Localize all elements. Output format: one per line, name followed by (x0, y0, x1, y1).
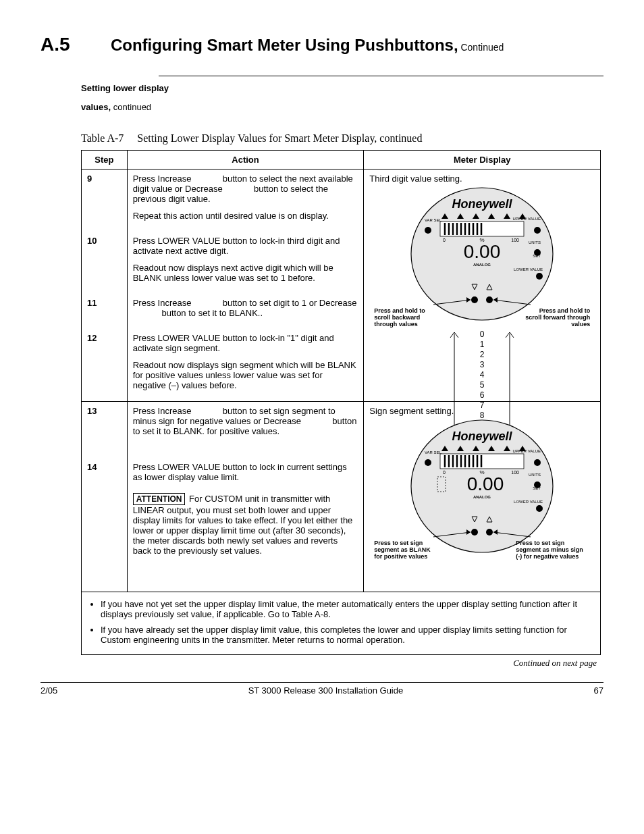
svg-text:LOWER VALUE: LOWER VALUE (514, 267, 543, 271)
note-item: If you have not yet set the upper displa… (101, 599, 595, 619)
section-title: Configuring Smart Meter Using Pushbutton… (111, 36, 458, 54)
svg-text:VAR SEL.: VAR SEL. (425, 218, 443, 222)
continued-label: Continued (460, 42, 504, 53)
action-text: Press Increase (133, 298, 194, 308)
action-text: Press LOWER VALUE button to lock in curr… (133, 462, 358, 482)
subheading-line1: Setting lower display (41, 83, 603, 93)
action-text: Readout now displays next active digit w… (133, 263, 358, 283)
table-caption-label: Table A-7 (81, 132, 124, 144)
subheading-line2: values, continued (41, 102, 603, 112)
meter-display-cell: Sign segment setting. Honeywell 0 % 100 (364, 402, 601, 592)
subheading-cont-text: continued (111, 102, 151, 112)
meter-display-cell: Third digit value setting. Honeywell 0 (364, 170, 601, 402)
svg-point-25 (425, 227, 431, 234)
step-number: 9 (82, 170, 128, 232)
action-cell: Press Increase button to select the next… (127, 170, 364, 232)
svg-text:Honeywell: Honeywell (452, 197, 513, 211)
svg-text:ANALOG: ANALOG (473, 263, 491, 267)
svg-point-76 (536, 505, 543, 512)
action-text: Press Increase (133, 174, 194, 184)
svg-point-74 (534, 481, 541, 488)
svg-text:UNITS: UNITS (529, 473, 541, 477)
action-cell: Press LOWER VALUE button to lock-in "1" … (127, 329, 364, 402)
svg-text:0.00: 0.00 (467, 473, 504, 494)
meter-diagram: Honeywell 0 % 100 0.00 (384, 419, 580, 588)
col-meter: Meter Display (364, 151, 601, 170)
svg-point-32 (536, 273, 543, 280)
svg-point-27 (534, 227, 541, 234)
action-text: Press LOWER VALUE button to lock-in thir… (133, 236, 358, 256)
table-caption-text: Setting Lower Display Values for Smart M… (137, 132, 422, 144)
action-cell: Press Increase button to set sign segmen… (127, 402, 364, 458)
action-text: Readout now displays sign segment which … (133, 360, 358, 390)
svg-point-69 (425, 459, 431, 466)
action-text: Press LOWER VALUE button to lock-in "1" … (133, 333, 358, 353)
meter-left-caption: Press to set sign segment as BLANK for p… (374, 540, 438, 561)
svg-text:UPPER VALUE: UPPER VALUE (513, 217, 541, 221)
action-text: button to set it to BLANK.. (159, 308, 263, 318)
svg-point-84 (486, 529, 493, 536)
svg-text:100: 100 (511, 470, 519, 475)
svg-text:VAR SEL.: VAR SEL. (425, 450, 443, 454)
meter-svg: Honeywell 0 % 100 0.00 ANALOG (408, 186, 556, 328)
svg-text:UPPER VALUE: UPPER VALUE (513, 449, 541, 453)
footer-page: 67 (594, 685, 603, 696)
meter-right-caption: Press and hold to scroll forward through… (522, 308, 590, 328)
section-number: A.5 (41, 34, 108, 55)
step-number: 13 (82, 402, 128, 458)
step-number: 10 (82, 232, 128, 294)
steps-table: Step Action Meter Display 9 Press Increa… (81, 150, 601, 655)
subheading-bold: values, (81, 102, 111, 112)
svg-text:0.00: 0.00 (464, 241, 501, 262)
continued-next-page: Continued on next page (41, 658, 603, 669)
action-cell: Press LOWER VALUE button to lock in curr… (127, 458, 364, 592)
footer-title: ST 3000 Release 300 Installation Guide (248, 685, 404, 696)
svg-text:UNITS: UNITS (529, 240, 541, 244)
meter-left-caption: Press and hold to scroll backward throug… (374, 308, 441, 328)
action-cell: Press LOWER VALUE button to lock-in thir… (127, 232, 364, 294)
step-number: 14 (82, 458, 128, 592)
svg-point-81 (471, 529, 478, 536)
svg-point-30 (534, 249, 541, 256)
page-heading: A.5 Configuring Smart Meter Using Pushbu… (41, 34, 603, 55)
step-number: 12 (82, 329, 128, 402)
footer-date: 2/05 (41, 685, 57, 696)
svg-point-71 (534, 459, 541, 466)
action-text: Press Increase (133, 406, 194, 416)
col-action: Action (127, 151, 364, 170)
meter-title: Third digit value setting. (369, 174, 595, 184)
table-caption: Table A-7 Setting Lower Display Values f… (81, 132, 603, 145)
svg-text:100: 100 (511, 238, 519, 242)
divider (159, 76, 603, 76)
attention-badge: ATTENTION (133, 493, 186, 505)
table-row: 9 Press Increase button to select the ne… (82, 170, 601, 232)
action-text: button to set digit to 1 or Decrease (220, 298, 356, 308)
page-footer: 2/05 ST 3000 Release 300 Installation Gu… (41, 682, 603, 696)
meter-right-caption: Press to set sign segment as minus sign … (516, 540, 590, 561)
action-text: Repeat this action until desired value i… (133, 211, 358, 221)
svg-text:Honeywell: Honeywell (452, 429, 513, 443)
digit-value-list: 0 1 2 3 4 5 6 7 8 9 (468, 330, 495, 431)
svg-text:0: 0 (443, 470, 446, 475)
action-cell: Press Increase button to set digit to 1 … (127, 294, 364, 329)
col-step: Step (82, 151, 128, 170)
svg-point-40 (486, 296, 493, 303)
meter-diagram: Honeywell 0 % 100 0.00 ANALOG (384, 186, 580, 328)
table-row: 13 Press Increase button to set sign seg… (82, 402, 601, 458)
notes-cell: If you have not yet set the upper displa… (82, 592, 601, 655)
note-item: If you have already set the upper displa… (101, 625, 595, 645)
step-number: 11 (82, 294, 128, 329)
svg-text:ANALOG: ANALOG (473, 495, 491, 499)
svg-text:0: 0 (443, 238, 446, 242)
svg-point-37 (471, 296, 478, 303)
svg-text:LOWER VALUE: LOWER VALUE (514, 500, 543, 504)
table-row: If you have not yet set the upper displa… (82, 592, 601, 655)
